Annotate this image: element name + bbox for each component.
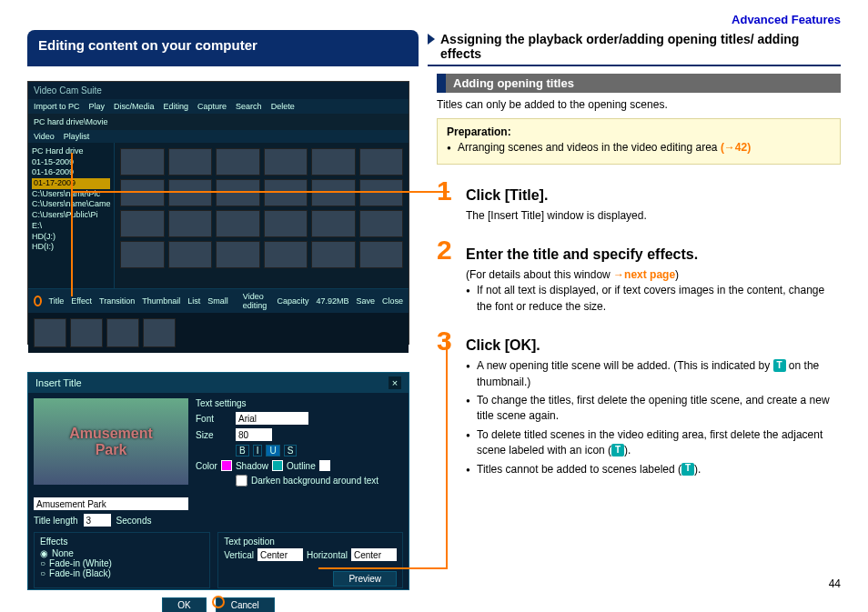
thumbnail[interactable]	[168, 179, 213, 206]
step-title: Click [Title].	[466, 187, 548, 204]
effect-fadein-black-radio[interactable]: Fade-in (Black)	[40, 568, 204, 578]
thumbnail[interactable]	[216, 179, 260, 206]
preview-button[interactable]: Preview	[333, 571, 397, 587]
menu-item[interactable]: Disc/Media	[114, 102, 155, 111]
menu-item[interactable]: Import to PC	[34, 102, 80, 111]
thumbnail[interactable]	[264, 241, 308, 268]
darken-checkbox[interactable]	[236, 475, 247, 487]
callout-ring-icon	[212, 596, 225, 608]
thumbnail[interactable]	[264, 210, 308, 237]
thumbnail[interactable]	[216, 241, 260, 268]
thumbnail[interactable]	[311, 148, 356, 176]
arrow-right-icon	[428, 34, 435, 45]
connector-line	[71, 153, 73, 296]
preparation-label: Preparation:	[447, 125, 511, 138]
darken-label: Darken background around text	[251, 476, 378, 486]
step-1: 1 Click [Title]. The [Insert Title] wind…	[437, 177, 841, 224]
title-button[interactable]: Title	[49, 296, 65, 306]
step-bullet: Titles cannot be added to scenes labeled…	[466, 462, 841, 477]
tab-playlist[interactable]: Playlist	[64, 132, 90, 141]
bold-button[interactable]: B	[236, 445, 249, 456]
text-settings-label: Text settings	[196, 398, 403, 408]
horizontal-select[interactable]	[351, 548, 397, 561]
close-button[interactable]: Close	[382, 296, 403, 306]
editing-strip[interactable]	[28, 313, 409, 353]
insert-title-dialog: Insert Title × Amusement Park Text setti…	[27, 372, 409, 590]
capacity-value: 47.92MB	[316, 296, 348, 306]
thumbnail-view-button[interactable]: Thumbnail	[142, 296, 180, 306]
small-view-button[interactable]: Small	[207, 296, 228, 306]
effect-button[interactable]: Effect	[71, 296, 92, 306]
italic-button[interactable]: I	[253, 445, 263, 456]
strip-thumb[interactable]	[143, 318, 176, 347]
thumbnail[interactable]	[216, 210, 260, 237]
strip-thumb[interactable]	[70, 318, 103, 347]
close-icon[interactable]: ×	[389, 376, 401, 389]
thumbnail[interactable]	[120, 148, 165, 176]
font-select[interactable]	[236, 412, 308, 425]
effect-fadein-white-radio[interactable]: Fade-in (White)	[40, 558, 204, 568]
horizontal-label: Horizontal	[307, 550, 348, 560]
size-label: Size	[196, 430, 232, 440]
vertical-select[interactable]	[257, 548, 303, 561]
color-swatch[interactable]	[221, 460, 232, 471]
thumbnail[interactable]	[311, 179, 356, 206]
next-page-link[interactable]: →next page	[613, 268, 675, 281]
video-editing-label: Video editing	[243, 292, 270, 310]
underline-button[interactable]: U	[266, 445, 279, 456]
thumbnail[interactable]	[359, 148, 404, 176]
callout-ring-icon	[34, 296, 42, 306]
menu-item[interactable]: Editing	[164, 102, 189, 111]
sub-heading: Adding opening titles	[437, 74, 841, 93]
ok-button[interactable]: OK	[162, 597, 206, 612]
outline-swatch[interactable]	[319, 460, 330, 471]
menu-item[interactable]: Play	[89, 102, 106, 111]
thumbnail[interactable]	[120, 179, 165, 206]
shadow-toggle-button[interactable]: S	[284, 445, 298, 456]
color-label: Color	[196, 461, 217, 471]
thumbnail[interactable]	[264, 148, 308, 176]
title-text-input[interactable]	[34, 497, 188, 510]
thumbnail[interactable]	[264, 179, 308, 206]
thumbnail[interactable]	[120, 210, 165, 237]
step-bullet: If not all text is displayed, or if text…	[466, 283, 841, 315]
shadow-swatch[interactable]	[272, 460, 283, 471]
step-title: Click [OK].	[466, 337, 540, 354]
step-number: 2	[437, 236, 457, 264]
breadcrumb: PC hard drive\Movie	[34, 117, 108, 126]
thumbnail-grid[interactable]	[115, 143, 409, 288]
save-button[interactable]: Save	[356, 296, 375, 306]
font-label: Font	[196, 414, 232, 424]
size-input[interactable]	[236, 428, 272, 441]
advanced-features-link[interactable]: Advanced Features	[27, 13, 841, 26]
thumbnail[interactable]	[120, 241, 165, 268]
section-title-right: Assigning the playback order/adding open…	[440, 32, 841, 61]
video-edit-toolbar: Title Effect Transition Thumbnail List S…	[28, 289, 409, 313]
tab-video[interactable]: Video	[34, 132, 55, 141]
effect-none-radio[interactable]: None	[40, 548, 204, 558]
thumbnail[interactable]	[311, 210, 356, 237]
thumbnail[interactable]	[168, 241, 213, 268]
thumbnail[interactable]	[216, 148, 260, 176]
thumbnail[interactable]	[311, 241, 356, 268]
step-bullet: To delete titled scenes in the video edi…	[466, 427, 841, 459]
thumbnail[interactable]	[359, 241, 404, 268]
menu-item[interactable]: Capture	[197, 102, 227, 111]
strip-thumb[interactable]	[34, 318, 66, 347]
transition-button[interactable]: Transition	[99, 296, 135, 306]
step-note: The [Insert Title] window is displayed.	[466, 208, 841, 224]
thumbnail[interactable]	[168, 148, 213, 176]
preparation-text: Arranging scenes and videos in the video…	[458, 141, 718, 154]
thumbnail[interactable]	[359, 179, 404, 206]
shadow-label: Shadow	[236, 461, 268, 471]
thumbnail[interactable]	[168, 210, 213, 237]
thumbnail[interactable]	[359, 210, 404, 237]
title-length-input[interactable]	[84, 514, 111, 527]
strip-thumb[interactable]	[106, 318, 139, 347]
preparation-link[interactable]: (→42)	[721, 141, 751, 154]
preview-text-line1: Amusement	[69, 426, 153, 441]
step-bullet: A new opening title scene will be added.…	[466, 358, 841, 390]
menu-item[interactable]: Search	[236, 102, 262, 111]
list-view-button[interactable]: List	[187, 296, 200, 306]
menu-item[interactable]: Delete	[271, 102, 295, 111]
